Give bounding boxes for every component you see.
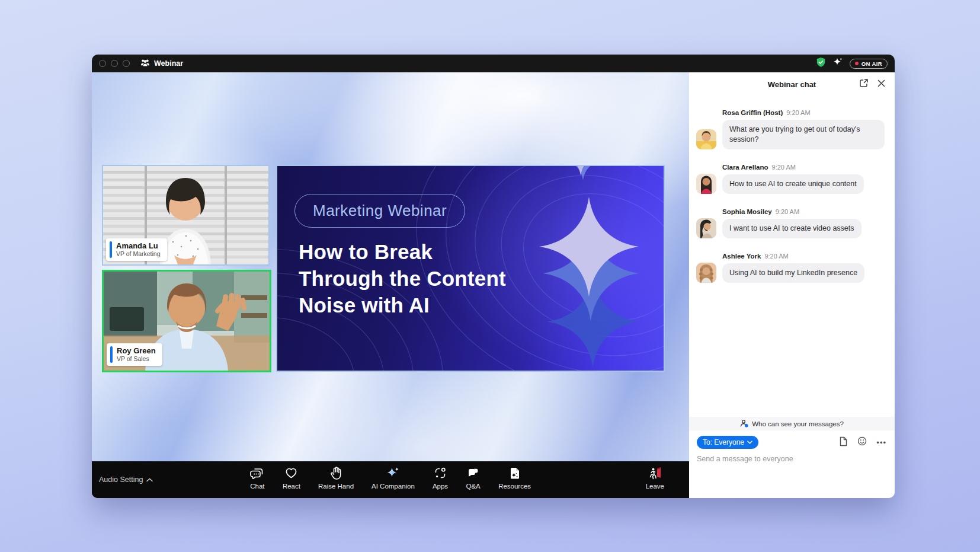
heart-icon	[284, 465, 299, 481]
app-title-group: Webinar	[140, 59, 183, 69]
ai-companion-status-icon[interactable]	[832, 57, 843, 70]
video-tile-amanda: Amanda Lu VP of Marketing	[102, 165, 270, 266]
chat-label: Chat	[250, 483, 264, 490]
close-window-button[interactable]	[99, 60, 106, 67]
slide-title-line: Noise with AI	[299, 292, 506, 318]
raise-hand-label: Raise Hand	[318, 483, 354, 490]
emoji-icon[interactable]	[857, 436, 867, 448]
leave-icon	[647, 465, 663, 481]
privacy-notice-text: Who can see your messages?	[752, 420, 844, 427]
recipient-selector[interactable]: To: Everyone	[697, 436, 758, 449]
apps-label: Apps	[433, 483, 448, 490]
message-time: 9:20 AM	[786, 109, 810, 116]
resources-label: Resources	[498, 483, 531, 490]
speaker-role: VP of Sales	[117, 355, 156, 363]
security-shield-icon[interactable]	[816, 57, 826, 70]
message-time: 9:20 AM	[772, 164, 796, 171]
react-label: React	[283, 483, 300, 490]
nametag-accent-bar	[110, 346, 113, 363]
who-can-see-icon	[740, 419, 748, 429]
pop-out-icon[interactable]	[859, 78, 869, 90]
avatar-clara	[696, 174, 716, 194]
minimize-window-button[interactable]	[111, 60, 118, 67]
message-input[interactable]: Send a message to everyone	[697, 455, 886, 463]
message-time: 9:20 AM	[764, 253, 788, 260]
shared-presentation-slide: Marketing Webinar How to Break Through t…	[276, 165, 665, 372]
message-bubble: How to use AI to create unique content	[722, 174, 864, 194]
chat-message: Rosa Griffin (Host)9:20 AM What are you …	[696, 109, 886, 149]
video-stage: Amanda Lu VP of Marketing	[92, 72, 689, 498]
speaker-name: Amanda Lu	[116, 241, 161, 250]
nametag-roy: Roy Green VP of Sales	[107, 343, 162, 366]
qa-button[interactable]: Q&A	[466, 465, 481, 490]
avatar-sophia	[696, 218, 716, 238]
chat-icon	[250, 465, 265, 481]
on-air-badge: ON AIR	[850, 59, 888, 69]
avatar-ashlee	[696, 263, 716, 283]
participants-icon	[140, 59, 150, 69]
qa-label: Q&A	[466, 483, 480, 490]
recipient-label: To: Everyone	[703, 438, 744, 446]
chat-message: Sophia Mosiley9:20 AM I want to use AI t…	[696, 208, 886, 238]
chat-message: Clara Arellano9:20 AM How to use AI to c…	[696, 164, 886, 194]
slide-title-line: Through the Content	[299, 265, 506, 292]
chat-header: Webinar chat	[689, 72, 895, 96]
webinar-window: Webinar ON AIR	[92, 55, 895, 498]
more-options-icon[interactable]: •••	[876, 438, 886, 447]
slide-title: How to Break Through the Content Noise w…	[299, 238, 506, 318]
ai-companion-label: AI Companion	[371, 483, 415, 490]
close-chat-icon[interactable]	[877, 79, 885, 90]
window-controls	[99, 60, 130, 67]
resources-icon	[508, 465, 521, 481]
message-author: Ashlee York	[722, 253, 761, 260]
message-bubble: Using AI to build my LinkedIn presence	[722, 263, 864, 283]
nametag-amanda: Amanda Lu VP of Marketing	[106, 238, 167, 261]
avatar-rosa	[696, 129, 716, 149]
on-air-label: ON AIR	[861, 60, 882, 67]
ai-companion-sparkle-icon	[385, 465, 401, 481]
react-button[interactable]: React	[283, 465, 300, 490]
privacy-notice-bar[interactable]: Who can see your messages?	[689, 417, 895, 430]
speaker-name: Roy Green	[117, 346, 156, 355]
message-bubble: I want to use AI to create video assets	[722, 219, 861, 238]
app-title: Webinar	[154, 59, 183, 68]
message-time: 9:20 AM	[776, 208, 799, 215]
chat-button[interactable]: Chat	[250, 465, 265, 490]
on-air-dot	[855, 62, 859, 65]
leave-button[interactable]: Leave	[646, 465, 664, 490]
message-bubble: What are you trying to get out of today'…	[722, 120, 885, 149]
titlebar: Webinar ON AIR	[92, 55, 895, 72]
chat-message-list: Rosa Griffin (Host)9:20 AM What are you …	[689, 96, 895, 417]
chat-composer: To: Everyone	[689, 430, 895, 498]
message-author: Clara Arellano	[722, 164, 768, 171]
zoom-window-button[interactable]	[123, 60, 130, 67]
apps-icon	[433, 465, 447, 481]
slide-badge: Marketing Webinar	[294, 194, 465, 228]
webinar-chat-panel: Webinar chat	[689, 72, 895, 498]
chat-message: Ashlee York9:20 AM Using AI to build my …	[696, 253, 886, 283]
speaker-role: VP of Marketing	[116, 250, 161, 258]
ai-companion-button[interactable]: AI Companion	[371, 465, 415, 490]
nametag-accent-bar	[110, 241, 112, 258]
leave-label: Leave	[646, 483, 664, 490]
attach-file-icon[interactable]	[839, 436, 848, 449]
message-author: Rosa Griffin (Host)	[722, 109, 783, 116]
slide-title-line: How to Break	[299, 238, 506, 265]
meeting-toolbar: Audio Setting	[92, 461, 689, 498]
message-author: Sophia Mosiley	[722, 208, 772, 215]
qa-icon	[466, 465, 481, 481]
apps-button[interactable]: Apps	[433, 465, 448, 490]
desktop-background: Webinar ON AIR	[0, 0, 980, 552]
video-tile-roy-active-speaker: Roy Green VP of Sales	[102, 270, 271, 372]
raise-hand-icon	[329, 465, 342, 481]
resources-button[interactable]: Resources	[498, 465, 531, 490]
chevron-down-icon	[747, 441, 752, 444]
raise-hand-button[interactable]: Raise Hand	[318, 465, 354, 490]
